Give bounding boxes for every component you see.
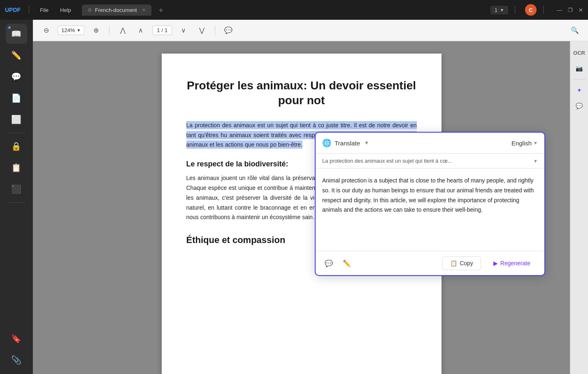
target-lang-label: English bbox=[511, 140, 532, 147]
tab-edit-icon: ⊘ bbox=[88, 7, 92, 13]
minimize-button[interactable]: — bbox=[557, 7, 562, 13]
sidebar-item-protect[interactable]: 🔒 bbox=[6, 136, 27, 156]
next-page-icon: ∨ bbox=[181, 26, 186, 34]
search-icon: 🔍 bbox=[571, 26, 579, 34]
scan-icon: 📷 bbox=[576, 65, 583, 72]
edit-icon: ✏️ bbox=[11, 50, 21, 60]
translate-target-lang[interactable]: English ▼ bbox=[511, 140, 538, 147]
sidebar-bottom: 🔖 📎 bbox=[6, 329, 27, 370]
page-total: 1 bbox=[165, 27, 167, 33]
sidebar-item-layers[interactable]: ⬛ bbox=[6, 179, 27, 199]
titlebar: UPDF File Help ⊘ French-document ✕ ＋ 1 ▼… bbox=[0, 0, 588, 20]
edit-action-button[interactable]: ✏️ bbox=[340, 257, 353, 270]
first-page-icon: ⋀ bbox=[120, 26, 126, 34]
regenerate-icon: ▶ bbox=[493, 260, 498, 266]
translate-label: Translate bbox=[335, 140, 360, 147]
comment-icon: 💬 bbox=[325, 259, 333, 267]
comment-action-button[interactable]: 💬 bbox=[322, 257, 335, 270]
sidebar-item-organize[interactable]: 📄 bbox=[6, 88, 27, 108]
main-area: 📖 ✏️ 💬 📄 ⬜ 🔒 📋 ⬛ 🔖 📎 bbox=[0, 20, 588, 374]
tab-label: French-document bbox=[95, 7, 137, 13]
ocr-icon: OCR bbox=[573, 50, 585, 56]
translate-footer: 💬 ✏️ 📋 Copy ▶ Regenerate bbox=[316, 251, 544, 275]
page-nav-chevron[interactable]: ▼ bbox=[500, 8, 504, 12]
edit-icon: ✏️ bbox=[343, 259, 351, 267]
zoom-in-button[interactable]: ⊕ bbox=[89, 24, 102, 37]
translate-icon: 🌐 bbox=[322, 138, 331, 147]
page-input[interactable]: 1 / 1 bbox=[152, 26, 172, 35]
right-sidebar-comment2[interactable]: 💬 bbox=[573, 99, 586, 112]
copy-label: Copy bbox=[460, 260, 473, 266]
right-sidebar-scan[interactable]: 📷 bbox=[573, 62, 586, 75]
pdf-title: Protéger les animaux: Un devoir essentie… bbox=[186, 78, 417, 108]
sidebar-item-attach[interactable]: 📎 bbox=[6, 350, 27, 370]
right-sidebar: OCR 📷 ✦ 💬 bbox=[570, 41, 588, 374]
reading-mode-button[interactable]: 💬 bbox=[222, 24, 235, 37]
reading-mode-icon: 💬 bbox=[224, 26, 232, 34]
sidebar-item-bookmark[interactable]: 🔖 bbox=[6, 329, 27, 348]
regenerate-label: Regenerate bbox=[500, 260, 530, 266]
copy-icon: 📋 bbox=[450, 260, 457, 266]
toolbar: ⊖ 124% ▼ ⊕ ⋀ ∧ 1 / 1 ∨ bbox=[33, 20, 588, 41]
tab-french-document[interactable]: ⊘ French-document ✕ bbox=[82, 5, 151, 16]
titlebar-divider bbox=[29, 6, 29, 14]
sidebar-item-convert[interactable]: ⬜ bbox=[6, 110, 27, 129]
translate-source-text: La protection des animaux est un sujet q… bbox=[322, 158, 530, 164]
sidebar-item-stamp[interactable]: 📋 bbox=[6, 158, 27, 178]
page-separator: / bbox=[161, 27, 163, 33]
left-sidebar: 📖 ✏️ 💬 📄 ⬜ 🔒 📋 ⬛ 🔖 📎 bbox=[0, 20, 33, 374]
sidebar-divider2 bbox=[8, 202, 25, 203]
regenerate-button[interactable]: ▶ Regenerate bbox=[486, 257, 538, 270]
translate-source-row: La protection des animaux est un sujet q… bbox=[316, 154, 544, 168]
source-dropdown-icon[interactable]: ▼ bbox=[533, 159, 538, 164]
toolbar-divider1 bbox=[109, 26, 109, 35]
lang-chevron-icon: ▼ bbox=[533, 140, 538, 145]
zoom-out-button[interactable]: ⊖ bbox=[40, 24, 53, 37]
pdf-area[interactable]: Protéger les animaux: Un devoir essentie… bbox=[33, 41, 570, 374]
sidebar-item-reader[interactable]: 📖 bbox=[6, 24, 27, 44]
convert-icon: ⬜ bbox=[11, 115, 21, 124]
organize-icon: 📄 bbox=[11, 93, 21, 103]
protect-icon: 🔒 bbox=[11, 141, 21, 151]
attach-icon: 📎 bbox=[11, 355, 21, 365]
prev-page-icon: ∧ bbox=[138, 26, 143, 34]
menu-help[interactable]: Help bbox=[56, 5, 75, 15]
translate-header: 🌐 Translate ▼ English ▼ bbox=[316, 133, 544, 154]
copy-button[interactable]: 📋 Copy bbox=[442, 256, 481, 270]
first-page-button[interactable]: ⋀ bbox=[116, 24, 129, 37]
new-tab-button[interactable]: ＋ bbox=[157, 5, 165, 15]
sidebar-item-comment[interactable]: 💬 bbox=[6, 67, 27, 86]
window-controls: — ❐ ✕ bbox=[557, 7, 583, 13]
prev-page-button[interactable]: ∧ bbox=[134, 24, 147, 37]
zoom-level-selector[interactable]: 124% ▼ bbox=[58, 26, 84, 35]
comment-icon: 💬 bbox=[11, 72, 21, 82]
right-sidebar-divider bbox=[574, 79, 585, 79]
menu-file[interactable]: File bbox=[36, 5, 53, 15]
titlebar-divider3 bbox=[543, 6, 544, 14]
comment2-icon: 💬 bbox=[576, 103, 583, 109]
page-nav[interactable]: 1 ▼ bbox=[490, 6, 508, 14]
next-page-button[interactable]: ∨ bbox=[177, 24, 190, 37]
last-page-icon: ⋁ bbox=[199, 26, 205, 34]
close-button[interactable]: ✕ bbox=[579, 7, 583, 13]
translate-dropdown-arrow[interactable]: ▼ bbox=[364, 140, 369, 146]
reader-icon: 📖 bbox=[11, 29, 21, 39]
right-sidebar-ocr[interactable]: OCR bbox=[573, 46, 586, 59]
translate-result: Animal protection is a subject that is c… bbox=[316, 168, 544, 251]
sidebar-item-edit[interactable]: ✏️ bbox=[6, 45, 27, 65]
right-sidebar-ai[interactable]: ✦ bbox=[573, 84, 586, 97]
page-nav-current: 1 bbox=[495, 7, 497, 13]
bookmark-icon: 🔖 bbox=[11, 334, 21, 344]
zoom-out-icon: ⊖ bbox=[44, 26, 49, 34]
last-page-button[interactable]: ⋁ bbox=[195, 24, 208, 37]
maximize-button[interactable]: ❐ bbox=[568, 7, 573, 13]
toolbar-divider2 bbox=[215, 26, 215, 35]
page-current: 1 bbox=[157, 27, 160, 33]
user-avatar[interactable]: C bbox=[525, 4, 537, 16]
app-logo: UPDF bbox=[5, 7, 21, 13]
content: Protéger les animaux: Un devoir essentie… bbox=[33, 41, 588, 374]
tab-close-button[interactable]: ✕ bbox=[142, 7, 146, 13]
search-button[interactable]: 🔍 bbox=[568, 24, 581, 37]
content-wrap: ⊖ 124% ▼ ⊕ ⋀ ∧ 1 / 1 ∨ bbox=[33, 20, 588, 374]
sidebar-divider1 bbox=[8, 133, 25, 133]
